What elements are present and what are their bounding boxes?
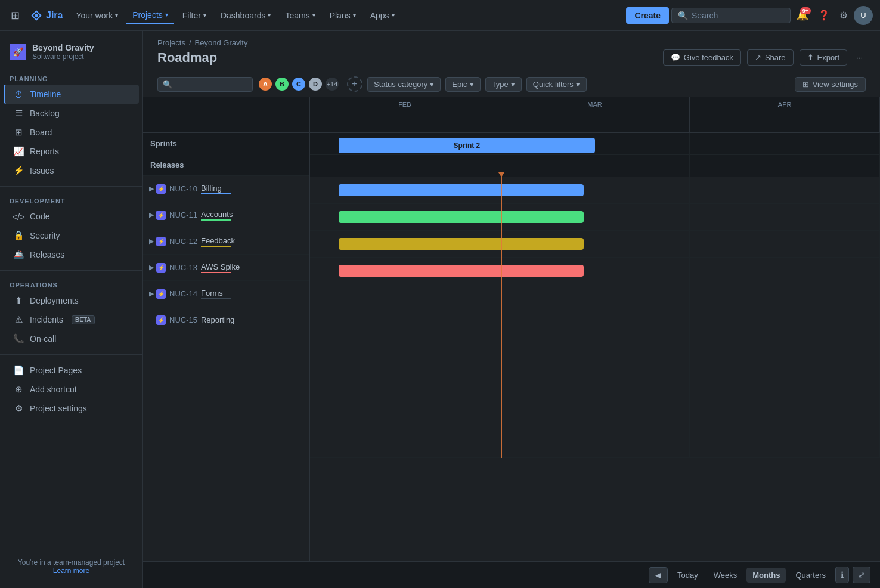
chevron-icon: ▾ xyxy=(430,80,434,89)
expand-nuc13[interactable]: ▶ xyxy=(149,264,154,271)
settings-button[interactable]: ⚙ xyxy=(836,6,851,24)
gantt-row-empty xyxy=(310,338,880,458)
breadcrumb-beyond-gravity[interactable]: Beyond Gravity xyxy=(195,38,248,47)
nav-dashboards[interactable]: Dashboards ▾ xyxy=(215,7,277,24)
search-input[interactable] xyxy=(176,80,247,89)
settings-icon: ⚙ xyxy=(13,403,24,414)
gantt-col xyxy=(690,177,880,203)
give-feedback-button[interactable]: 💬 Give feedback xyxy=(663,49,741,66)
sidebar-item-label: Incidents xyxy=(30,315,63,324)
avatar-3[interactable]: C xyxy=(291,76,306,92)
search-bar[interactable]: 🔍 Search xyxy=(671,8,791,23)
bar-nuc13[interactable] xyxy=(339,265,584,277)
nav-teams[interactable]: Teams ▾ xyxy=(279,7,321,24)
sidebar-item-issues[interactable]: ⚡ Issues xyxy=(4,161,139,180)
item-id-nuc15: NUC-15 xyxy=(169,315,197,324)
chevron-icon: ▾ xyxy=(511,80,515,89)
breadcrumb-projects[interactable]: Projects xyxy=(157,38,185,47)
nav-plans[interactable]: Plans ▾ xyxy=(324,7,362,24)
gantt-releases-row xyxy=(310,155,880,177)
gantt-col xyxy=(690,231,880,257)
sidebar-item-deployments[interactable]: ⬆ Deployments xyxy=(4,291,139,310)
roadmap-search[interactable]: 🔍 xyxy=(157,77,253,92)
dev-section-label: DEVELOPMENT xyxy=(0,193,142,207)
gantt-col xyxy=(310,284,500,311)
avatar-4[interactable]: D xyxy=(308,76,323,92)
more-actions-button[interactable]: ··· xyxy=(853,50,866,65)
security-icon: 🔒 xyxy=(13,230,24,241)
today-button[interactable]: Today xyxy=(671,568,704,583)
export-button[interactable]: ⬆ Export xyxy=(800,49,848,66)
month-label-feb: FEB xyxy=(310,97,500,108)
expand-nuc12[interactable]: ▶ xyxy=(149,237,154,245)
nav-your-work[interactable]: Your work ▾ xyxy=(70,7,124,24)
sidebar-item-project-pages[interactable]: 📄 Project Pages xyxy=(4,361,139,380)
avatar[interactable]: U xyxy=(854,6,873,25)
ops-section-label: OPERATIONS xyxy=(0,277,142,291)
nav-filter[interactable]: Filter ▾ xyxy=(176,7,212,24)
chevron-icon: ▾ xyxy=(165,11,168,18)
grid-icon[interactable]: ⊞ xyxy=(7,5,23,26)
sidebar-item-oncall[interactable]: 📞 On-call xyxy=(4,329,139,348)
bar-nuc12[interactable] xyxy=(339,238,584,250)
item-id-nuc10: NUC-10 xyxy=(169,184,197,193)
gantt-row-nuc12-bar xyxy=(310,231,880,258)
item-id-nuc11: NUC-11 xyxy=(169,211,197,219)
quarters-button[interactable]: Quarters xyxy=(789,568,832,583)
item-icon-nuc11: ⚡ xyxy=(156,211,166,220)
nav-projects[interactable]: Projects ▾ xyxy=(126,7,174,24)
sprints-label: Sprints xyxy=(150,139,177,148)
nav-apps[interactable]: Apps ▾ xyxy=(364,7,401,24)
jira-logo[interactable]: Jira xyxy=(26,10,67,21)
top-nav: ⊞ Jira Your work ▾ Projects ▾ Filter ▾ D… xyxy=(0,0,880,31)
info-button[interactable]: ℹ xyxy=(835,567,849,583)
sidebar-item-reports[interactable]: 📈 Reports xyxy=(4,142,139,161)
sidebar-item-timeline[interactable]: ⏱ Timeline xyxy=(4,85,139,104)
reports-icon: 📈 xyxy=(13,146,24,157)
item-icon-nuc15: ⚡ xyxy=(156,315,166,325)
sidebar-item-board[interactable]: ⊞ Board xyxy=(4,123,139,142)
avatar-2[interactable]: B xyxy=(274,76,290,92)
avatar-1[interactable]: A xyxy=(258,76,273,92)
status-category-filter[interactable]: Status category ▾ xyxy=(367,77,441,92)
bar-nuc11[interactable] xyxy=(339,211,584,223)
quick-filters[interactable]: Quick filters ▾ xyxy=(526,77,587,92)
expand-nuc11[interactable]: ▶ xyxy=(149,211,154,219)
sidebar-item-incidents[interactable]: ⚠ Incidents BETA xyxy=(4,310,139,329)
gantt-col xyxy=(500,155,690,177)
avatar-count[interactable]: +14 xyxy=(324,76,340,92)
sidebar-item-code[interactable]: </> Code xyxy=(4,207,139,226)
prev-nav-button[interactable]: ◀ xyxy=(649,567,668,583)
notifications-button[interactable]: 🔔 9+ xyxy=(793,6,812,24)
sidebar-item-add-shortcut[interactable]: ⊕ Add shortcut xyxy=(4,380,139,399)
help-button[interactable]: ❓ xyxy=(814,6,833,24)
gantt-row-nuc11: ▶ ⚡ NUC-11 Accounts xyxy=(143,202,309,228)
months-button[interactable]: Months xyxy=(746,568,786,583)
weeks-button[interactable]: Weeks xyxy=(708,568,743,583)
create-button[interactable]: Create xyxy=(626,7,669,24)
sidebar-item-label: Releases xyxy=(30,250,64,259)
gantt-col xyxy=(690,338,880,457)
main-content: Projects / Beyond Gravity Roadmap 💬 Give… xyxy=(143,31,880,588)
sidebar-item-backlog[interactable]: ☰ Backlog xyxy=(4,104,139,123)
epic-filter[interactable]: Epic ▾ xyxy=(445,77,480,92)
type-filter[interactable]: Type ▾ xyxy=(485,77,522,92)
chevron-icon: ▾ xyxy=(115,12,118,18)
roadmap-toolbar: 🔍 A B C D +14 + Status category ▾ Epic ▾… xyxy=(143,72,880,97)
month-feb: FEB xyxy=(310,97,500,132)
sidebar-item-releases[interactable]: 🚢 Releases xyxy=(4,245,139,264)
item-id-nuc14: NUC-14 xyxy=(169,289,197,298)
view-settings-button[interactable]: ⊞ View settings xyxy=(795,77,866,92)
bar-nuc10[interactable] xyxy=(339,184,584,196)
expand-nuc10[interactable]: ▶ xyxy=(149,185,154,193)
board-icon: ⊞ xyxy=(13,127,24,138)
sidebar-item-label: Backlog xyxy=(30,109,60,118)
item-name-nuc13: AWS Spike xyxy=(201,262,240,271)
sidebar-item-project-settings[interactable]: ⚙ Project settings xyxy=(4,399,139,418)
learn-more-link[interactable]: Learn more xyxy=(53,567,89,575)
add-view-button[interactable]: + xyxy=(347,76,362,92)
sidebar-item-security[interactable]: 🔒 Security xyxy=(4,226,139,245)
expand-nuc14[interactable]: ▶ xyxy=(149,290,154,298)
fullscreen-button[interactable]: ⤢ xyxy=(853,567,870,583)
share-button[interactable]: ↗ Share xyxy=(747,49,794,66)
